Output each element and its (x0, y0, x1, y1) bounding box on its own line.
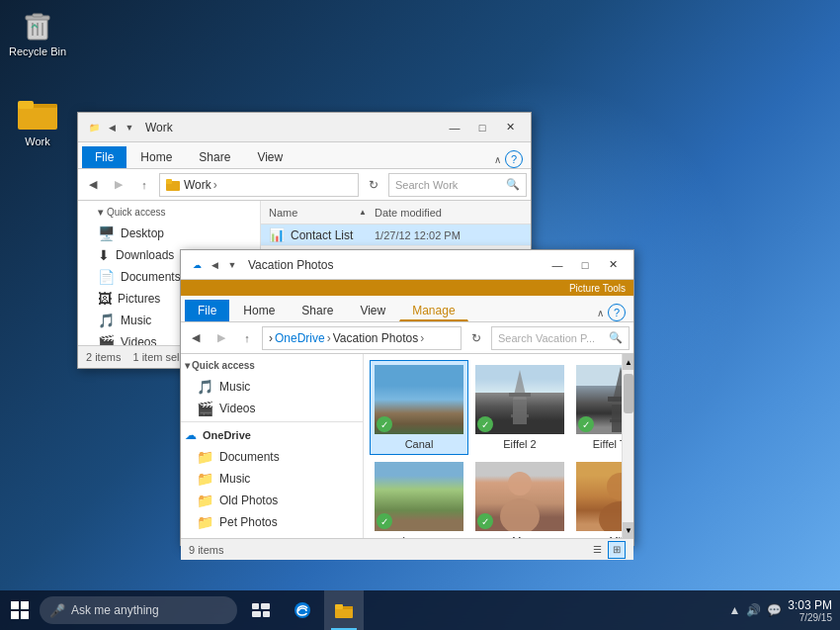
vp-forward-button[interactable]: ▶ (210, 327, 232, 349)
work-up-button[interactable]: ↑ (133, 174, 155, 196)
vp-up-button[interactable]: ↑ (236, 327, 258, 349)
vp-sidebar-od-petphotos-label: Pet Photos (219, 515, 278, 529)
work-refresh-button[interactable]: ↻ (363, 174, 384, 196)
vp-photo-lozere[interactable]: ✓ Lozere (370, 457, 468, 538)
taskbar-search-box[interactable]: 🎤 Ask me anything (40, 596, 237, 624)
vp-sidebar-od-documents-icon: 📁 (197, 449, 213, 465)
work-search-box[interactable]: Search Work 🔍 (388, 173, 527, 197)
vp-scroll-thumb[interactable] (624, 374, 633, 413)
work-title-bar: 📁 ◀ ▼ Work — □ ✕ (78, 113, 531, 142)
work-search-placeholder: Search Work (395, 179, 502, 191)
work-maximize-button[interactable]: □ (469, 118, 495, 137)
taskbar-clock[interactable]: 3:03 PM 7/29/15 (788, 598, 832, 623)
vp-details-view-button[interactable]: ☰ (588, 541, 606, 559)
work-selection-status: 1 item sele (132, 351, 185, 363)
vp-sidebar-od-pta-icon: 📁 (197, 536, 213, 538)
desktop-icon-recycle-bin[interactable]: Recycle Bin (8, 8, 67, 57)
vp-sidebar-od-oldphotos[interactable]: 📁 Old Photos (181, 490, 363, 511)
vp-photo-eiffel2-img: ✓ (475, 365, 564, 434)
vp-maximize-button[interactable]: □ (572, 255, 598, 275)
vp-close-button[interactable]: ✕ (600, 255, 626, 275)
vp-content: ▾ Quick access 🎵 Music 🎬 Videos ☁ OneDri… (181, 354, 633, 538)
vp-sidebar-od-music-label: Music (219, 472, 250, 486)
work-quickaccess-arrow: ▾ (98, 207, 103, 218)
vp-back-button[interactable]: ◀ (185, 327, 207, 349)
vp-scroll-down[interactable]: ▼ (623, 522, 633, 538)
vp-onedrive-label: OneDrive (203, 429, 251, 441)
vp-sidebar-music-label: Music (219, 380, 250, 394)
vp-sidebar-videos[interactable]: 🎬 Videos (181, 398, 363, 419)
vp-tab-share[interactable]: Share (289, 300, 346, 321)
work-file-contact-date: 1/27/12 12:02 PM (375, 229, 523, 241)
work-sidebar-desktop[interactable]: 🖥️ Desktop (78, 223, 260, 244)
vp-tab-view[interactable]: View (347, 300, 398, 321)
vp-breadcrumb-arrow: › (269, 331, 273, 345)
desktop-icon-work[interactable]: Work (8, 94, 67, 147)
vp-sidebar-od-documents[interactable]: 📁 Documents (181, 446, 363, 468)
vp-address-path[interactable]: › OneDrive › Vacation Photos › (262, 326, 462, 350)
vp-breadcrumb-onedrive[interactable]: OneDrive (275, 331, 325, 345)
vp-sidebar-od-oldphotos-label: Old Photos (219, 494, 278, 507)
vp-minimize-button[interactable]: — (545, 255, 570, 275)
vp-refresh-button[interactable]: ↻ (465, 327, 487, 349)
vp-window-title: Vacation Photos (248, 258, 334, 272)
work-col-name: Name (269, 207, 359, 219)
taskbar-task-view-button[interactable] (241, 590, 281, 630)
vp-search-icon: 🔍 (609, 331, 623, 344)
vp-sidebar-music-icon: 🎵 (197, 379, 213, 395)
taskbar-time-display: 3:03 PM (788, 598, 832, 612)
vp-quickaccess-header[interactable]: ▾ Quick access (181, 354, 363, 376)
vp-tab-manage[interactable]: Manage (399, 300, 467, 321)
work-tab-home[interactable]: Home (127, 146, 185, 168)
vp-breadcrumb-sep1: › (327, 331, 331, 345)
vp-thumbnail-view-button[interactable]: ⊞ (608, 541, 626, 559)
vp-scroll-up[interactable]: ▲ (623, 354, 633, 370)
work-tab-file[interactable]: File (82, 146, 126, 168)
work-ribbon-right: ∧ ? (494, 150, 527, 168)
vp-sidebar-od-petphotos[interactable]: 📁 Pet Photos (181, 511, 363, 533)
vp-photo-me[interactable]: ✓ Me (470, 457, 569, 538)
work-path-text: Work (184, 178, 211, 192)
taskbar-action-center-icon[interactable]: 💬 (767, 603, 782, 617)
work-minimize-button[interactable]: — (442, 118, 467, 137)
work-back-button[interactable]: ◀ (82, 174, 104, 196)
work-address-path[interactable]: Work › (159, 173, 359, 197)
work-sidebar-quickaccess[interactable]: ▾ Quick access (78, 201, 260, 223)
vp-ribbon-collapse[interactable]: ∧ (597, 308, 604, 318)
taskbar-edge-button[interactable] (283, 590, 322, 630)
vp-sidebar-od-pta[interactable]: 📁 PTA (181, 533, 363, 538)
work-sidebar-videos-label: Videos (121, 335, 156, 345)
work-tab-view[interactable]: View (244, 146, 295, 168)
work-window-title: Work (145, 121, 173, 135)
vp-photo-canal[interactable]: ✓ Canal (370, 360, 468, 455)
vp-photo-eiffel2[interactable]: ✓ Eiffel 2 (470, 360, 569, 455)
work-ribbon-collapse[interactable]: ∧ (494, 154, 501, 165)
vp-picture-tools-label: Picture Tools (569, 283, 626, 294)
work-help-button[interactable]: ? (505, 150, 523, 168)
work-file-contact-list[interactable]: 📊 Contact List 1/27/12 12:02 PM (261, 225, 531, 246)
vp-ribbon-tabs: File Home Share View Manage ∧ ? (181, 296, 633, 321)
taskbar-speaker-icon[interactable]: 🔊 (746, 603, 761, 617)
work-forward-button[interactable]: ▶ (108, 174, 129, 196)
vp-scrollbar[interactable]: ▲ ▼ (622, 354, 633, 538)
taskbar: 🎤 Ask me anything (0, 590, 840, 630)
vp-onedrive-header[interactable]: ☁ OneDrive (181, 424, 363, 446)
work-tab-share[interactable]: Share (186, 146, 243, 168)
vp-sidebar-od-music[interactable]: 📁 Music (181, 468, 363, 490)
work-close-button[interactable]: ✕ (497, 118, 523, 137)
work-folder-icon (18, 94, 57, 134)
vp-help-button[interactable]: ? (608, 304, 626, 321)
taskbar-network-icon[interactable]: ▲ (728, 603, 740, 617)
svg-point-21 (500, 498, 540, 531)
vp-search-box[interactable]: Search Vacation P... 🔍 (491, 326, 630, 350)
work-quickaccess-label: Quick access (107, 207, 165, 218)
vp-sidebar-music[interactable]: 🎵 Music (181, 376, 363, 398)
vp-tab-file[interactable]: File (185, 300, 229, 321)
work-sidebar-videos-icon: 🎬 (98, 334, 115, 345)
vp-tab-home[interactable]: Home (230, 300, 288, 321)
work-excel-icon: 📊 (269, 227, 285, 242)
work-search-icon: 🔍 (506, 178, 520, 191)
taskbar-file-explorer-button[interactable] (324, 590, 364, 630)
start-button[interactable] (0, 590, 40, 630)
vp-photos-area: ✓ Canal (364, 354, 633, 538)
